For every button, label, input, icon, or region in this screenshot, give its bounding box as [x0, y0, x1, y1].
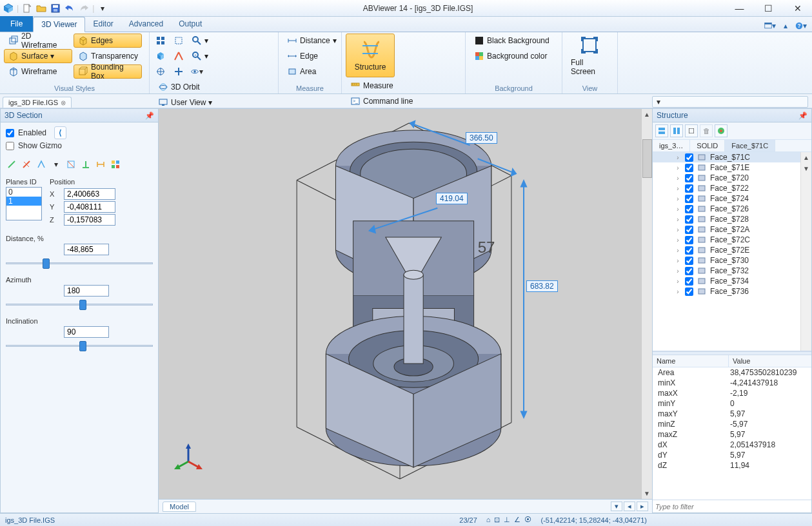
node-checkbox[interactable] — [685, 205, 693, 213]
2d-wireframe-button[interactable]: 2D Wireframe — [4, 34, 72, 48]
window-icon[interactable]: ▾ — [764, 20, 776, 32]
status-icon-1[interactable]: ⌂ — [486, 516, 491, 524]
wireframe-button[interactable]: Wireframe — [4, 64, 72, 79]
nav-icon-2[interactable] — [153, 49, 168, 63]
status-icon-4[interactable]: ∠ — [514, 516, 520, 524]
node-checkbox[interactable] — [685, 267, 693, 275]
tool-icon-6[interactable] — [80, 159, 92, 170]
user-view-button[interactable]: User View ▾ — [153, 95, 217, 110]
tabs-menu-icon[interactable]: ▾ — [652, 96, 808, 108]
tool-icon-8[interactable] — [110, 159, 121, 170]
caret-icon[interactable]: › — [675, 195, 681, 202]
caret-icon[interactable]: › — [675, 288, 681, 295]
new-icon[interactable] — [21, 3, 33, 14]
surface-button[interactable]: Surface ▾ — [4, 49, 72, 63]
status-icon-2[interactable]: ⊡ — [494, 516, 500, 524]
status-icon-5[interactable]: ⦿ — [524, 516, 531, 524]
tree-node[interactable]: ›Face_$724 — [653, 193, 800, 204]
help-icon[interactable]: ?▾ — [795, 20, 807, 32]
crumb-1[interactable]: igs_3… — [653, 140, 690, 151]
bounding-box-button[interactable]: Bounding Box — [74, 64, 142, 79]
maximize-button[interactable]: ☐ — [754, 0, 783, 17]
area-button[interactable]: Area — [282, 64, 341, 79]
distance-slider[interactable] — [6, 257, 153, 269]
save-icon[interactable] — [50, 3, 61, 14]
node-checkbox[interactable] — [685, 195, 693, 203]
caret-icon[interactable]: › — [675, 185, 681, 192]
eye-icon[interactable]: ▾ — [190, 64, 204, 79]
nav-icon-5[interactable] — [172, 49, 186, 63]
document-tab[interactable]: igs_3D File.IGS⊗ — [3, 97, 72, 108]
minimize-button[interactable]: — — [725, 0, 754, 17]
tool-icon-7[interactable] — [95, 159, 106, 170]
caret-icon[interactable]: › — [675, 257, 681, 264]
node-checkbox[interactable] — [685, 184, 693, 193]
caret-icon[interactable]: › — [675, 175, 681, 182]
tabs-menu-icon[interactable]: ▾ — [611, 502, 622, 511]
x-input[interactable] — [64, 188, 115, 200]
planes-list[interactable]: 0 1 — [6, 187, 42, 220]
node-checkbox[interactable] — [685, 246, 693, 255]
node-checkbox[interactable] — [685, 164, 693, 172]
tab-editor[interactable]: Editor — [85, 16, 121, 32]
tree-node[interactable]: ›Face_$72C — [653, 235, 800, 245]
gizmo-checkbox[interactable]: Show Gizmo — [6, 139, 153, 152]
z-input[interactable] — [64, 214, 115, 226]
tree-node[interactable]: ›Face_$71C — [653, 152, 800, 162]
undo-icon[interactable] — [64, 3, 75, 14]
nav-icon-1[interactable] — [153, 34, 168, 48]
viewport-scrollbar[interactable]: ▲ ▼ — [641, 109, 652, 499]
caret-icon[interactable]: › — [675, 216, 681, 223]
crumb-3[interactable]: Face_$71C — [725, 140, 775, 151]
node-checkbox[interactable] — [685, 236, 693, 244]
tab-3d-viewer[interactable]: 3D Viewer — [33, 17, 85, 32]
nav-icon-4[interactable] — [172, 34, 186, 48]
inclination-slider[interactable] — [6, 339, 153, 352]
tb-icon-1[interactable] — [655, 124, 668, 137]
qat-dropdown-icon[interactable]: ▾ — [97, 3, 108, 14]
azimuth-input[interactable] — [64, 285, 109, 297]
caret-icon[interactable]: › — [675, 164, 681, 171]
tree-node[interactable]: ›Face_$726 — [653, 204, 800, 214]
tb-icon-4[interactable]: 🗑 — [700, 124, 713, 137]
inclination-input[interactable] — [64, 326, 109, 338]
caret-icon[interactable]: › — [675, 226, 681, 233]
close-button[interactable]: ✕ — [783, 0, 812, 17]
node-checkbox[interactable] — [685, 257, 693, 265]
node-checkbox[interactable] — [685, 226, 693, 234]
tool-icon-3[interactable] — [35, 159, 47, 170]
node-checkbox[interactable] — [685, 287, 693, 296]
tb-icon-3[interactable]: ☐ — [685, 124, 698, 137]
black-background-button[interactable]: Black Background — [470, 34, 554, 48]
transparency-button[interactable]: Transparency — [74, 49, 142, 63]
tool-icon-1[interactable] — [6, 159, 17, 170]
y-input[interactable] — [64, 201, 115, 213]
tree-node[interactable]: ›Face_$732 — [653, 266, 800, 276]
distance-input[interactable] — [64, 244, 109, 255]
distance-button[interactable]: Distance ▾ — [282, 34, 341, 48]
node-checkbox[interactable] — [685, 277, 693, 286]
node-checkbox[interactable] — [685, 215, 693, 224]
caret-icon[interactable]: › — [675, 206, 681, 213]
tree-node[interactable]: ›Face_$720 — [653, 173, 800, 183]
pin-ribbon-icon[interactable]: ▴ — [780, 20, 791, 32]
caret-icon[interactable]: › — [675, 268, 681, 275]
tree-node[interactable]: ›Face_$734 — [653, 276, 800, 286]
measure-panel-button[interactable]: Measure — [346, 79, 417, 93]
tb-icon-2[interactable] — [670, 124, 683, 137]
tree-node[interactable]: ›Face_$72A — [653, 224, 800, 235]
caret-icon[interactable]: › — [675, 247, 681, 254]
node-checkbox[interactable] — [685, 174, 693, 182]
face-tree[interactable]: ›Face_$71C›Face_$71E›Face_$720›Face_$722… — [653, 152, 811, 351]
zoom-button[interactable]: ▾ — [190, 34, 210, 48]
caret-icon[interactable]: › — [675, 237, 681, 244]
tree-node[interactable]: ›Face_$71E — [653, 162, 800, 173]
full-screen-button[interactable]: Full Screen — [566, 34, 613, 77]
pin-icon[interactable]: 📌 — [798, 112, 807, 120]
filter-input[interactable] — [653, 500, 811, 512]
edge-button[interactable]: Edge — [282, 49, 341, 63]
tab-advanced[interactable]: Advanced — [121, 16, 171, 32]
tb-icon-5[interactable] — [715, 124, 728, 137]
tool-icon-2[interactable] — [21, 159, 32, 170]
nav-icon-6[interactable] — [172, 64, 186, 79]
